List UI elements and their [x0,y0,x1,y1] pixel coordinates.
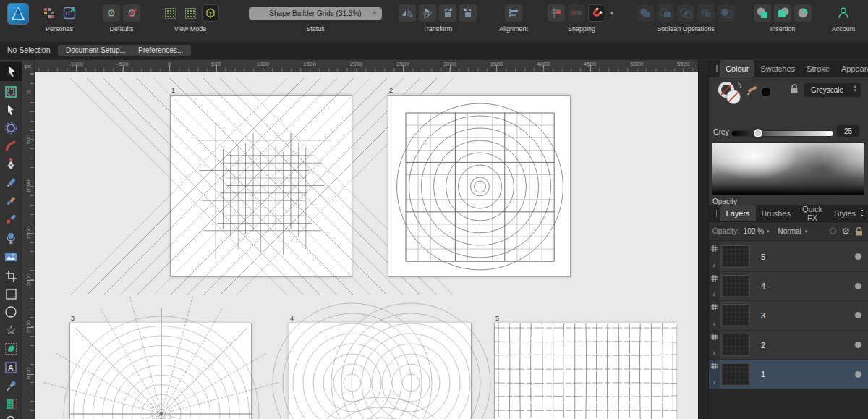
tab-swatches[interactable]: Swatches [754,60,801,77]
tab-quick-fx[interactable]: Quick FX [796,205,828,221]
layer-row[interactable]: › 5 [709,242,868,272]
snapping-toggle-button[interactable] [588,4,605,22]
snapping-options-chevron[interactable]: ▾ [608,4,616,22]
expand-chevron-icon[interactable]: › [713,380,715,386]
pen-tool[interactable] [2,156,20,173]
rectangle-tool[interactable] [2,285,20,302]
contour-tool[interactable] [2,119,20,137]
artboard-4[interactable]: 4 [289,323,472,419]
artboard-label[interactable]: 4 [290,315,294,322]
artistic-text-tool[interactable]: A [2,359,20,376]
revert-defaults-button[interactable]: ⚙ [123,4,140,22]
layer-row-selected[interactable]: › 1 [709,360,868,389]
layer-thumbnail[interactable] [721,304,750,326]
transparency-tool[interactable] [2,229,20,246]
tab-colour[interactable]: Colour [720,60,754,77]
document-setup-button[interactable]: Document Setup... [58,45,134,56]
layer-settings-gear-icon[interactable]: ⚙ [841,227,850,236]
layer-name[interactable]: 1 [761,370,765,378]
layer-thumbnail[interactable] [721,245,750,268]
layer-thumbnail[interactable] [721,334,750,356]
vertical-scrollbar[interactable] [698,60,709,419]
pattern-tool[interactable] [2,395,20,412]
layer-name[interactable]: 3 [761,311,765,320]
layer-visibility-dot[interactable] [855,371,861,378]
artboard-3[interactable]: 3 [69,323,252,419]
expand-chevron-icon[interactable]: › [713,350,715,356]
panel-drag-handle[interactable] [716,210,718,217]
layer-row[interactable]: › 2 [709,331,868,360]
flip-vertical-button[interactable] [419,4,436,22]
pencil-tool[interactable] [2,174,20,192]
alignment-button[interactable] [505,4,522,22]
layer-row[interactable]: › 3 [709,301,868,331]
pixel-persona-button[interactable] [41,4,58,22]
artboard-1[interactable]: 1 [170,95,352,277]
layer-visibility-dot[interactable] [855,253,861,260]
horizontal-ruler[interactable]: -1000-5000500100015002000250030003500400… [35,60,698,72]
boolean-subtract-button[interactable] [657,4,674,22]
shape-builder-tool[interactable] [2,340,20,357]
grey-value-field[interactable]: 25 [837,125,859,137]
artboard-2[interactable]: 2 [388,95,571,277]
star-tool[interactable]: ☆ [2,321,20,339]
node-tool[interactable] [2,101,20,119]
status-pill[interactable]: Shape Builder Grids (31.3%) ★ [249,7,382,20]
place-image-tool[interactable] [2,248,20,266]
move-tool[interactable] [0,62,22,81]
colour-picker-dropper[interactable] [746,83,774,101]
paint-brush-tool[interactable] [2,211,20,228]
layer-opacity-value[interactable]: 100 % [744,227,764,235]
corner-tool[interactable] [2,137,20,155]
layer-visibility-dot[interactable] [855,312,861,318]
boolean-intersect-button[interactable] [677,4,694,22]
blend-mode-dropdown[interactable]: Normal [778,227,801,235]
account-button[interactable] [835,4,852,22]
colour-mode-dropdown[interactable]: Greyscale ▴▾ [804,83,861,97]
tab-stroke[interactable]: Stroke [801,60,835,77]
rotate-anticlockwise-button[interactable] [439,4,456,22]
view-mode-pixel-button[interactable] [182,4,199,22]
artboard-label[interactable]: 5 [495,315,499,322]
snapping-grid-button[interactable] [548,4,565,22]
snapping-candidates-button[interactable] [568,4,585,22]
view-mode-outline-button[interactable] [202,4,219,22]
lock-icon[interactable] [790,83,799,95]
layer-visibility-dot[interactable] [855,342,861,348]
insert-behind-button[interactable] [754,4,771,22]
panel-menu-icon[interactable] [861,208,863,218]
layer-visibility-dot[interactable] [855,283,861,289]
lock-icon[interactable] [855,227,863,237]
boolean-combine-button[interactable] [718,4,735,22]
view-mode-vector-button[interactable] [161,4,179,22]
artboard-5[interactable]: 5 [494,323,676,419]
artboard-tool[interactable] [2,83,20,101]
grey-slider-knob[interactable] [754,129,762,137]
designer-persona-button[interactable] [7,3,29,25]
rotate-clockwise-button[interactable] [459,4,477,22]
artboard-label[interactable]: 2 [389,87,393,94]
artboard-label[interactable]: 3 [71,315,75,322]
ellipse-tool[interactable] [2,303,20,321]
vector-crop-tool[interactable] [2,267,20,284]
ruler-unit[interactable]: px [22,60,35,72]
greyscale-picker-box[interactable] [712,142,864,195]
layer-name[interactable]: 5 [761,253,765,261]
panel-drag-handle[interactable] [716,65,718,72]
layer-name[interactable]: 4 [761,282,765,290]
expand-chevron-icon[interactable]: › [713,263,715,268]
boolean-add-button[interactable] [637,4,654,22]
layer-row[interactable]: › 4 [709,272,868,302]
vertical-ruler[interactable]: 050010001500200025003000 [22,72,35,419]
expand-chevron-icon[interactable]: › [713,292,715,297]
layer-thumbnail[interactable] [721,363,750,386]
expand-chevron-icon[interactable]: › [713,321,715,327]
vector-brush-tool[interactable] [2,192,20,210]
style-picker-tool[interactable] [2,377,20,394]
layer-name[interactable]: 2 [761,341,765,350]
insert-inside-button[interactable] [794,4,812,22]
export-persona-button[interactable] [61,4,78,22]
boolean-divide-button[interactable] [697,4,715,22]
flip-horizontal-button[interactable] [399,4,416,22]
insert-on-top-button[interactable] [774,4,791,22]
